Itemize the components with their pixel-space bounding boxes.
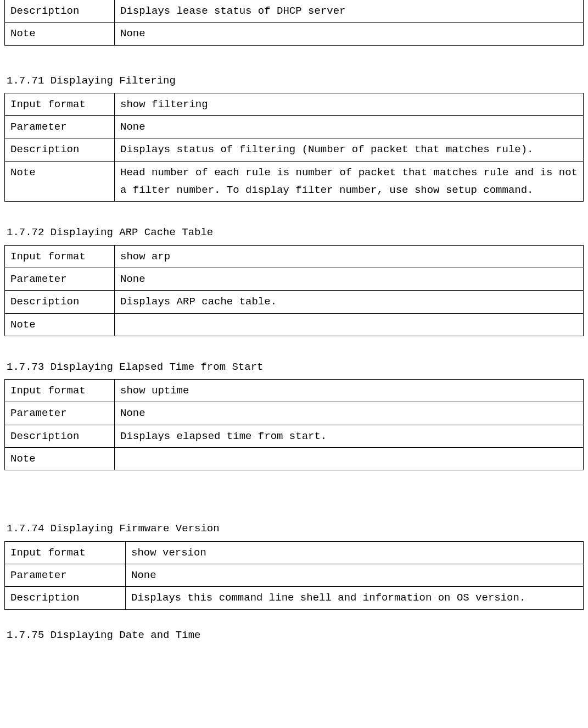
row-label: Input format: [5, 380, 115, 402]
row-value: Displays lease status of DHCP server: [115, 0, 584, 23]
row-label: Description: [5, 0, 115, 23]
table-row: Input formatshow filtering: [5, 93, 584, 115]
row-label: Input format: [5, 245, 115, 268]
row-label: Description: [5, 587, 126, 609]
section-heading: 1.7.71 Displaying Filtering: [7, 72, 584, 90]
table-row: DescriptionDisplays ARP cache table.: [5, 291, 584, 313]
table-row: DescriptionDisplays status of filtering …: [5, 138, 584, 161]
section-heading: 1.7.73 Displaying Elapsed Time from Star…: [7, 358, 584, 376]
table-row: Note: [5, 448, 584, 470]
table-row: Input formatshow arp: [5, 245, 584, 268]
row-label: Note: [5, 448, 115, 470]
row-value: show version: [126, 541, 584, 564]
table-row: NoteNone: [5, 23, 584, 45]
row-value: Displays ARP cache table.: [115, 291, 584, 313]
row-label: Input format: [5, 541, 126, 564]
row-value: Displays this command line shell and inf…: [126, 587, 584, 609]
command-table: Input formatshow uptimeParameterNoneDesc…: [4, 379, 584, 470]
row-value: None: [115, 268, 584, 290]
row-label: Parameter: [5, 402, 115, 425]
row-label: Note: [5, 313, 115, 336]
table-row: ParameterNone: [5, 402, 584, 425]
table-row: DescriptionDisplays this command line sh…: [5, 587, 584, 609]
row-label: Description: [5, 291, 115, 313]
table-row: Input formatshow version: [5, 541, 584, 564]
command-table: Input formatshow versionParameterNoneDes…: [4, 541, 584, 610]
table-row: DescriptionDisplays lease status of DHCP…: [5, 0, 584, 23]
row-label: Input format: [5, 93, 115, 115]
row-label: Parameter: [5, 268, 115, 290]
row-label: Parameter: [5, 116, 115, 138]
row-value: show arp: [115, 245, 584, 268]
section-heading: 1.7.75 Displaying Date and Time: [7, 626, 584, 644]
row-label: Description: [5, 425, 115, 447]
table-row: Input formatshow uptime: [5, 380, 584, 402]
row-value: None: [115, 23, 584, 45]
row-value: [115, 313, 584, 336]
table-row: ParameterNone: [5, 268, 584, 290]
table-row: ParameterNone: [5, 564, 584, 586]
row-label: Parameter: [5, 564, 126, 586]
table-row: Note: [5, 313, 584, 336]
command-table: Input formatshow filteringParameterNoneD…: [4, 93, 584, 202]
row-value: Displays status of filtering (Number of …: [115, 138, 584, 161]
row-value: show uptime: [115, 380, 584, 402]
row-label: Note: [5, 161, 115, 202]
section-heading: 1.7.74 Displaying Firmware Version: [7, 520, 584, 537]
row-value: None: [115, 116, 584, 138]
row-value: Displays elapsed time from start.: [115, 425, 584, 447]
command-table: Input formatshow arpParameterNoneDescrip…: [4, 245, 584, 336]
row-value: show filtering: [115, 93, 584, 115]
document-page: DescriptionDisplays lease status of DHCP…: [0, 0, 588, 666]
row-value: Head number of each rule is number of pa…: [115, 161, 584, 202]
section-heading: 1.7.72 Displaying ARP Cache Table: [7, 224, 584, 241]
table-row: NoteHead number of each rule is number o…: [5, 161, 584, 202]
command-table-partial: DescriptionDisplays lease status of DHCP…: [4, 0, 584, 46]
row-value: None: [126, 564, 584, 586]
table-row: DescriptionDisplays elapsed time from st…: [5, 425, 584, 447]
row-label: Description: [5, 138, 115, 161]
table-row: ParameterNone: [5, 116, 584, 138]
row-label: Note: [5, 23, 115, 45]
row-value: [115, 448, 584, 470]
row-value: None: [115, 402, 584, 425]
